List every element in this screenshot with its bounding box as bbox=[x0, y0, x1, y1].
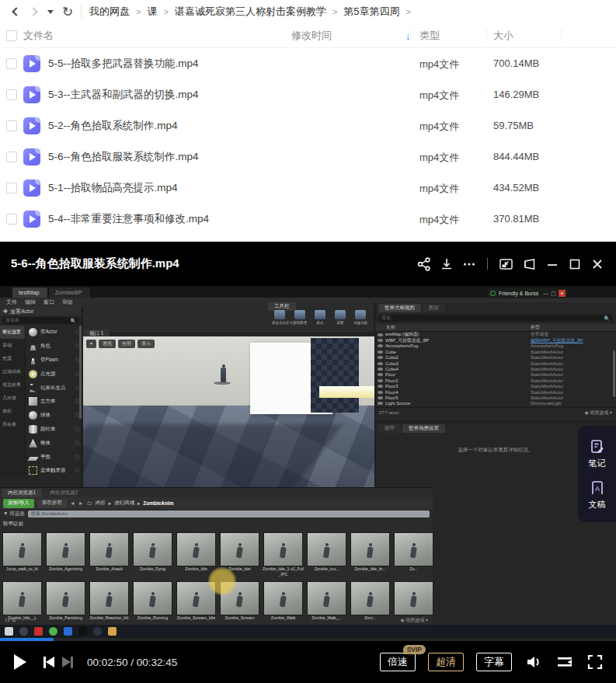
close-icon[interactable] bbox=[590, 256, 605, 272]
fullscreen-icon[interactable] bbox=[586, 653, 604, 671]
row-checkbox[interactable] bbox=[6, 214, 17, 225]
mouse-click-highlight bbox=[208, 567, 236, 595]
outliner-row: Cube4StaticMeshActor bbox=[375, 366, 616, 371]
player-title: 5-6--角色拾取服装系统制作.mp4 bbox=[11, 256, 179, 271]
ue-toolbar: 工具栏 保存当前关卡源码管理模式蓝图过场动画播放 bbox=[83, 302, 374, 333]
play-button[interactable] bbox=[14, 654, 26, 670]
content-path-separator: ▸ bbox=[109, 500, 111, 507]
file-type: mp4文件 bbox=[419, 89, 459, 103]
recorder-overlay: Friendly & Burss — ▢ × bbox=[488, 288, 568, 298]
place-category: 最近放置 bbox=[0, 326, 25, 339]
file-row[interactable]: 5-3--主武器和副武器的切换.mp4mp4文件146.29MB bbox=[0, 79, 616, 110]
share-icon[interactable] bbox=[416, 256, 432, 272]
ue-toolbar-button: 保存当前关卡 bbox=[271, 310, 288, 325]
file-size: 844.44MB bbox=[493, 151, 539, 162]
breadcrumb-separator: > bbox=[136, 7, 141, 16]
asset-thumbnail: Zombie_Inu... bbox=[306, 532, 347, 580]
breadcrumb-item[interactable]: 第5章第四周 bbox=[343, 5, 399, 19]
place-actor-label: 立方体 bbox=[40, 398, 71, 405]
folder-icon bbox=[108, 627, 117, 636]
history-dropdown-button[interactable] bbox=[42, 3, 59, 20]
minimize-icon: — bbox=[543, 291, 548, 296]
place-actor-item: 空Actorⓘ bbox=[26, 326, 82, 340]
character-icon bbox=[29, 342, 37, 350]
more-icon[interactable] bbox=[461, 256, 477, 272]
ue-toolbar-button-icon bbox=[294, 310, 305, 319]
video-frame[interactable]: U testMap ZombieBP 文件编辑窗口帮助 ✥放置Actor 搜索类… bbox=[0, 286, 616, 638]
speed-button[interactable]: 倍速 SVIP bbox=[380, 653, 416, 671]
column-divider bbox=[410, 29, 411, 43]
asset-thumbnail: Zombie_Idle_br... bbox=[350, 532, 391, 580]
select-all-checkbox[interactable] bbox=[6, 30, 17, 41]
player-titlebar: 5-6--角色拾取服装系统制作.mp4 bbox=[0, 242, 616, 286]
maximize-icon[interactable] bbox=[567, 256, 583, 272]
breadcrumb-separator: > bbox=[163, 7, 168, 16]
row-checkbox[interactable] bbox=[6, 120, 17, 131]
ue-toolbar-button-label: 蓝图 bbox=[332, 320, 348, 324]
ue-toolbar-button-label: 源码管理 bbox=[292, 320, 308, 324]
file-type: mp4文件 bbox=[419, 120, 459, 134]
back-button[interactable] bbox=[8, 3, 25, 20]
visibility-eye-icon bbox=[378, 333, 383, 336]
subtitle-button[interactable]: 字幕 bbox=[476, 653, 512, 671]
ue-menu-item: 编辑 bbox=[25, 298, 36, 306]
row-checkbox[interactable] bbox=[6, 152, 17, 162]
visibility-eye-icon bbox=[378, 356, 383, 359]
picture-in-picture-icon[interactable] bbox=[498, 256, 514, 272]
info-icon: ⓘ bbox=[75, 426, 79, 433]
column-type[interactable]: 类型 bbox=[419, 23, 440, 48]
visibility-eye-icon bbox=[378, 339, 383, 342]
download-icon[interactable] bbox=[439, 256, 454, 272]
visibility-eye-icon bbox=[378, 391, 383, 394]
file-row[interactable]: 5-2--角色拾取系统制作.mp4mp4文件59.75MB bbox=[0, 110, 616, 141]
video-file-icon bbox=[23, 179, 40, 197]
previous-button[interactable] bbox=[44, 657, 54, 668]
breadcrumb-item[interactable]: 课 bbox=[147, 5, 157, 19]
outliner-actor-name: Light Source bbox=[385, 401, 531, 406]
obs-icon bbox=[93, 627, 102, 636]
outliner-actor-type: StaticMeshActor bbox=[531, 361, 616, 366]
file-row[interactable]: 5-5--拾取多把武器替换功能.mp4mp4文件700.14MB bbox=[0, 48, 616, 79]
playlist-icon[interactable] bbox=[555, 653, 574, 671]
column-size[interactable]: 大小 bbox=[493, 23, 513, 48]
breadcrumb-item[interactable]: 谌嘉诚死寂第三人称射击案例教学 bbox=[175, 5, 326, 19]
asset-name: Zombie_Idle_1-v2_Full_IPC bbox=[263, 566, 304, 577]
outliner-row: Floor3StaticMeshActor bbox=[375, 384, 616, 389]
refresh-button[interactable]: ↻ bbox=[59, 3, 76, 20]
row-checkbox[interactable] bbox=[6, 89, 17, 100]
file-row[interactable]: 5-6--角色拾取服装系统制作.mp4mp4文件844.44MB bbox=[0, 141, 616, 172]
notes-button[interactable]: 笔记 bbox=[589, 438, 606, 469]
world-settings-tab: 世界场景设置 bbox=[402, 424, 445, 433]
ue-toolbar-button-icon bbox=[315, 310, 325, 319]
sort-descending-icon[interactable]: ↓ bbox=[399, 23, 411, 48]
place-actor-label: 空Pawn bbox=[40, 357, 71, 364]
place-category: 视觉效果 bbox=[0, 378, 25, 392]
quality-button[interactable]: 超清 bbox=[428, 653, 464, 671]
column-modified[interactable]: 修改时间 bbox=[291, 23, 332, 48]
forward-button[interactable] bbox=[25, 3, 42, 20]
file-row[interactable]: 5-4--非常重要注意事项和修改.mp4mp4文件370.81MB bbox=[0, 204, 616, 235]
column-name[interactable]: 文件名 bbox=[23, 23, 54, 48]
sphere-icon bbox=[29, 411, 37, 420]
outliner-actor-name: Cube bbox=[385, 350, 531, 354]
column-divider bbox=[561, 29, 562, 43]
asset-name: Zo... bbox=[393, 566, 434, 577]
outliner-actor-count: 27个actor bbox=[379, 409, 399, 416]
mini-player-icon[interactable] bbox=[521, 256, 538, 272]
place-actor-label: 圆柱体 bbox=[40, 426, 71, 433]
info-icon: ⓘ bbox=[75, 440, 79, 447]
breadcrumb-item[interactable]: 我的网盘 bbox=[89, 5, 130, 19]
row-checkbox[interactable] bbox=[6, 183, 17, 193]
file-name: 5-3--主武器和副武器的切换.mp4 bbox=[48, 88, 199, 102]
place-actor-label: 角色 bbox=[40, 343, 71, 350]
file-name: 5-2--角色拾取系统制作.mp4 bbox=[48, 119, 178, 133]
file-row[interactable]: 5-1--拾取物品高亮提示.mp4mp4文件434.52MB bbox=[0, 172, 616, 204]
next-button[interactable] bbox=[62, 657, 73, 668]
outliner-actor-name: Cube2 bbox=[385, 355, 531, 360]
minimize-icon[interactable] bbox=[545, 256, 560, 272]
volume-icon[interactable] bbox=[524, 653, 543, 671]
row-checkbox[interactable] bbox=[6, 58, 17, 69]
ue-toolbar-button: 源码管理 bbox=[291, 310, 308, 325]
transcript-button[interactable]: A 文稿 bbox=[589, 479, 606, 511]
outliner-row: Floor5StaticMeshActor bbox=[375, 395, 616, 400]
